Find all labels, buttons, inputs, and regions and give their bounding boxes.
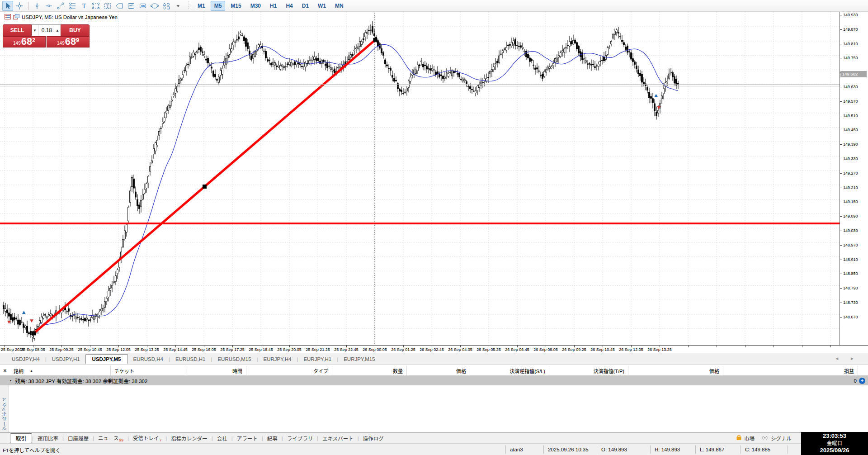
crosshair-tool[interactable]	[14, 1, 25, 11]
time-tick-mark	[717, 346, 717, 347]
trendline-tool[interactable]	[55, 1, 66, 11]
toolbox-tab[interactable]: 指標カレンダー	[167, 433, 212, 443]
chart-canvas[interactable]: USDJPY, M5: US Dollar vs Japanese Yen SE…	[0, 12, 840, 345]
toolbox-tab[interactable]: アラート	[233, 433, 262, 443]
toolbox-tab[interactable]: ニュース99	[94, 433, 127, 444]
sell-price-pip: 2	[32, 38, 35, 43]
column-header[interactable]: 数量	[332, 366, 407, 375]
toolbox-side-tab[interactable]: ツールボックス	[0, 385, 9, 432]
ellipse-tool[interactable]	[149, 1, 160, 11]
sell-price[interactable]: 149682	[3, 36, 46, 47]
column-header[interactable]: 時間	[187, 366, 246, 375]
time-tick-label: 26 Sep 12:05	[619, 347, 643, 352]
balance-bullet: •	[10, 379, 11, 383]
one-click-trading-panel: SELL ▼ 0.18 ▲ BUY 149682 149689	[3, 24, 90, 47]
help-text: F1を押してヘルプを開く	[3, 446, 61, 454]
time-tick-label: 26 Sep 04:05	[448, 347, 472, 352]
toolbox-tab[interactable]: 記事	[263, 433, 282, 443]
toolbox-tab[interactable]: 口座履歴	[64, 433, 93, 443]
cursor-tool[interactable]	[2, 1, 13, 11]
timeframe-m5[interactable]: M5	[211, 1, 226, 11]
time-tick-label: 26 Sep 13:25	[647, 347, 672, 352]
timeframe-m30[interactable]: M30	[247, 1, 264, 11]
chart-tab-eurjpy-h1[interactable]: EURJPY,H1	[298, 355, 337, 364]
market-button[interactable]: 市場	[744, 435, 755, 442]
timeframe-m1[interactable]: M1	[194, 1, 209, 11]
timeframe-d1[interactable]: D1	[298, 1, 312, 11]
toolbox-close-button[interactable]: ✕	[0, 366, 10, 375]
price-tick-label: 149.030	[843, 228, 858, 233]
price-tick-mark	[840, 216, 842, 217]
column-header[interactable]: 決済指値(T/P)	[549, 366, 628, 375]
svg-text:T: T	[82, 3, 86, 9]
chart-tab-eurusd-h1[interactable]: EURUSD,H1	[170, 355, 211, 364]
toolbox-tab[interactable]: エキスパート	[318, 433, 358, 443]
toolbox-tab[interactable]: 取引	[10, 433, 32, 443]
volume-decrease-icon[interactable]: ▼	[32, 25, 38, 36]
candle-close: C: 149.885	[741, 446, 788, 454]
toolbox-tab[interactable]: ライブラリ	[283, 433, 317, 443]
chart-tab-usdjpy-h4[interactable]: USDJPY,H4	[6, 355, 45, 364]
column-header[interactable]: チケット	[111, 366, 187, 375]
chart-tab-eurjpy-h4[interactable]: EURJPY,H4	[258, 355, 297, 364]
svg-text:T: T	[106, 4, 109, 9]
candle-open: O: 149.893	[597, 446, 650, 454]
toolbox-tab[interactable]: 操作ログ	[359, 433, 388, 443]
shapes-tool[interactable]	[161, 1, 172, 11]
vertical-line-tool[interactable]	[32, 1, 42, 11]
indicator-window-tool[interactable]	[126, 1, 137, 11]
new-order-button[interactable]: +	[859, 378, 865, 384]
buy-button[interactable]: BUY	[61, 24, 90, 36]
time-tick-label: 26 Sep 10:45	[590, 347, 615, 352]
volume-field[interactable]: 0.18	[38, 25, 54, 36]
column-header[interactable]: タイプ	[246, 366, 332, 375]
toolbox-tab[interactable]: 受信トレイ7	[129, 433, 165, 444]
equidistant-channel-tool[interactable]	[67, 1, 78, 11]
price-tick-label: 149.510	[843, 114, 858, 118]
buy-price[interactable]: 149689	[47, 36, 90, 47]
chart-title: USDJPY, M5: US Dollar vs Japanese Yen	[22, 14, 118, 20]
timeframe-m15[interactable]: M15	[227, 1, 245, 11]
chart-tab-eurusd-h4[interactable]: EURUSD,H4	[128, 355, 169, 364]
column-header[interactable]: 価格	[628, 366, 723, 375]
timeframe-mn[interactable]: MN	[331, 1, 347, 11]
tabs-scroll-right-icon[interactable]: ►	[850, 356, 854, 361]
volume-increase-icon[interactable]: ▲	[54, 25, 61, 36]
horizontal-line-tool[interactable]	[43, 1, 54, 11]
sell-button[interactable]: SELL	[3, 24, 32, 36]
price-axis[interactable]: 149.930149.870149.810149.750149.690149.6…	[840, 12, 868, 345]
chart-tab-eurjpy-m15[interactable]: EURJPY,M15	[338, 355, 380, 364]
time-tick-label: 25 Sep 22:45	[334, 347, 359, 352]
time-tick-label: 25 Sep 17:25	[220, 347, 245, 352]
volume-stepper[interactable]: ▼ 0.18 ▲	[32, 24, 61, 36]
column-header[interactable]: 損益	[723, 366, 858, 375]
shapes-dropdown-caret[interactable]	[173, 1, 184, 11]
time-axis[interactable]: 25 Sep 202525 Sep 08:0525 Sep 09:2525 Se…	[0, 345, 868, 353]
time-tick-label: 25 Sep 14:45	[163, 347, 188, 352]
column-header[interactable]: 銘柄▲	[10, 366, 111, 375]
price-label-tool[interactable]	[114, 1, 125, 11]
button-object-tool[interactable]: OK	[137, 1, 148, 11]
timeframe-h4[interactable]: H4	[282, 1, 296, 11]
text-tool[interactable]: T	[79, 1, 90, 11]
rectangle-tool[interactable]	[90, 1, 101, 11]
column-header[interactable]: 決済逆指値(S/L)	[470, 366, 549, 375]
price-tick-label: 148.790	[843, 286, 858, 290]
toolbar-separator	[28, 2, 28, 10]
toolbox-tab[interactable]: 運用比率	[33, 433, 62, 443]
timeframe-w1[interactable]: W1	[314, 1, 330, 11]
candlestick-chart[interactable]	[0, 12, 840, 345]
chart-tab-usdjpy-h1[interactable]: USDJPY,H1	[47, 355, 85, 364]
chart-tab-usdjpy-m5[interactable]: USDJPY,M5	[85, 354, 128, 364]
tabs-scroll-left-icon[interactable]: ◄	[835, 356, 839, 361]
chart-tab-eurusd-m15[interactable]: EURUSD,M15	[212, 355, 256, 364]
candle-high: H: 149.893	[650, 446, 695, 454]
column-header[interactable]: 価格	[407, 366, 470, 375]
timeframe-h1[interactable]: H1	[266, 1, 280, 11]
text-label-tool[interactable]: T	[102, 1, 113, 11]
toolbox-tab-label: 指標カレンダー	[171, 436, 208, 441]
toolbox-tab[interactable]: 会社	[213, 433, 231, 443]
toolbox-side-tab-label: ツールボックス	[1, 398, 8, 431]
signals-button[interactable]: シグナル	[771, 435, 792, 442]
price-tick-label: 149.390	[843, 142, 858, 147]
